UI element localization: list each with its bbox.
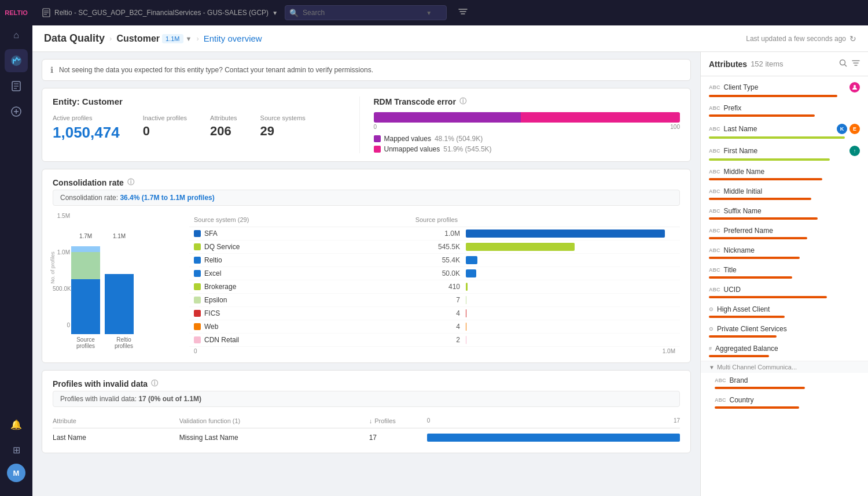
- search-input[interactable]: [285, 5, 447, 20]
- alert-message: Not seeing the data you expected for thi…: [59, 66, 373, 74]
- invalid-table-body: Last Name Missing Last Name 17: [53, 431, 680, 445]
- source-scale-max: 1.0M: [663, 348, 675, 354]
- entity-count-badge[interactable]: 1.1M: [162, 34, 183, 43]
- attr-badge-orange: E: [849, 124, 860, 134]
- consolidation-info-icon[interactable]: ⓘ: [127, 177, 134, 187]
- invalid-row: Last Name Missing Last Name 17: [53, 431, 680, 445]
- attribute-item[interactable]: ⊙ High Asset Client: [701, 302, 868, 321]
- source-bar-cell: [460, 336, 675, 344]
- sidebar-item-add[interactable]: [5, 100, 28, 123]
- source-name: CDN Retail: [204, 336, 414, 344]
- attribute-item[interactable]: ⊙ Private Client Services: [701, 321, 868, 341]
- section-label: Multi Channel Communica...: [717, 364, 797, 371]
- source-name: FICS: [204, 309, 414, 317]
- filter-icon[interactable]: [458, 8, 468, 18]
- nav-dropdown-icon[interactable]: ▼: [272, 10, 278, 16]
- svg-line-13: [845, 65, 847, 67]
- source-row: SFA 1.0M: [189, 227, 680, 240]
- entity-label: Entity: Customer: [53, 97, 359, 106]
- source-bar-cell: [460, 243, 675, 251]
- attributes-search-icon[interactable]: [839, 59, 847, 69]
- attr-item-header: ABC UCID: [709, 286, 860, 294]
- refresh-icon[interactable]: ↻: [849, 34, 856, 43]
- attribute-item[interactable]: ABC First Name ↑: [701, 142, 868, 164]
- attr-item-header: ABC Brand: [715, 376, 860, 384]
- invalid-scale-min: 0: [427, 417, 431, 424]
- bar-blue-main: [71, 279, 100, 334]
- invalid-rate-value: 17 (0% out of 1.1M): [138, 395, 201, 403]
- x-label-reltio: Reltio profiles: [109, 336, 138, 349]
- invalid-table-header: Attribute Validation function (1) ↓ Prof…: [53, 414, 680, 428]
- source-bar-cell: [460, 309, 675, 317]
- section-toggle-icon: ▼: [709, 364, 715, 371]
- attr-quality-bar: [709, 178, 822, 180]
- attr-badge-teal: ↑: [849, 146, 860, 156]
- alert-bar: ℹ Not seeing the data you expected for t…: [42, 59, 691, 81]
- sidebar-item-report[interactable]: [5, 75, 28, 98]
- attribute-item[interactable]: ABC Last Name KE: [701, 120, 868, 142]
- bar-col-header: 0 17: [427, 417, 680, 424]
- attr-type-abc: ABC: [709, 208, 720, 214]
- source-profiles: 50.0K: [414, 269, 460, 277]
- attr-badges: [849, 82, 860, 92]
- entity-name: Customer: [116, 34, 160, 44]
- attr-type-abc: ABC: [709, 188, 720, 194]
- attribute-item[interactable]: ABC UCID: [701, 282, 868, 302]
- sidebar-item-chart[interactable]: [5, 49, 28, 72]
- attribute-item[interactable]: ABC Middle Initial: [701, 184, 868, 203]
- source-bar-fill: [466, 230, 665, 238]
- attr-item-header: # Aggregated Balance: [709, 345, 860, 353]
- attribute-item[interactable]: ABC Nickname: [701, 243, 868, 262]
- validation-col-header: Validation function (1): [179, 417, 369, 424]
- attr-quality-bar: [709, 237, 807, 239]
- sidebar-item-home[interactable]: ⌂: [5, 24, 28, 47]
- col-bar-header: [458, 216, 675, 223]
- sort-icon[interactable]: ↓: [369, 417, 373, 424]
- source-bar-fill: [466, 309, 466, 317]
- source-systems-value: 29: [260, 124, 306, 139]
- attributes-filter-icon[interactable]: [852, 59, 860, 69]
- attributes-count: 152 items: [751, 60, 783, 68]
- svg-point-12: [840, 60, 845, 65]
- search-dropdown-icon[interactable]: ▼: [426, 10, 432, 16]
- rdm-bar-unmapped: [521, 112, 680, 123]
- y-label-4: 0: [53, 322, 70, 328]
- invalid-info-icon[interactable]: ⓘ: [151, 379, 158, 388]
- invalid-validation: Missing Last Name: [179, 434, 369, 442]
- attribute-item[interactable]: # Aggregated Balance: [701, 341, 868, 361]
- source-systems-label: Source systems: [260, 114, 306, 121]
- source-bar-fill: [466, 323, 466, 331]
- attributes-title: Attributes: [709, 60, 747, 69]
- attr-type-abc: ABC: [709, 267, 720, 273]
- attribute-item[interactable]: ABC Preferred Name: [701, 223, 868, 243]
- stats-right: RDM Transcode error ⓘ 0 100: [359, 97, 681, 153]
- invalid-scale-max: 17: [674, 417, 680, 424]
- attribute-item[interactable]: ABC Suffix Name: [701, 203, 868, 223]
- attribute-item[interactable]: ABC Prefix: [701, 101, 868, 120]
- y-label-3: 500.0K: [53, 286, 70, 292]
- stats-row: Active profiles 1,050,474 Inactive profi…: [53, 114, 359, 142]
- attr-item-header: ABC First Name ↑: [709, 146, 860, 156]
- attr-section-header[interactable]: ▼ Multi Channel Communica...: [701, 361, 868, 373]
- source-row: Web 4: [189, 320, 680, 334]
- attr-name: High Asset Client: [717, 305, 856, 313]
- attr-item-header: ⊙ High Asset Client: [709, 305, 860, 313]
- source-row: Epsilon 7: [189, 294, 680, 307]
- attribute-item[interactable]: ABC Middle Name: [701, 164, 868, 184]
- stats-left: Entity: Customer Active profiles 1,050,4…: [53, 97, 359, 153]
- attr-item-header: ⊙ Private Client Services: [709, 325, 860, 333]
- attribute-item[interactable]: ABC Brand: [701, 373, 868, 393]
- source-color-dot: [194, 323, 201, 330]
- entity-dropdown-icon[interactable]: ▼: [186, 35, 192, 42]
- active-tab[interactable]: Entity overview: [204, 34, 262, 43]
- rdm-info-icon[interactable]: ⓘ: [459, 97, 466, 106]
- left-panel: ℹ Not seeing the data you expected for t…: [32, 52, 700, 496]
- attribute-item[interactable]: ABC Country: [701, 393, 868, 412]
- source-name: Epsilon: [204, 296, 414, 304]
- sidebar-item-bell[interactable]: 🔔: [5, 413, 28, 436]
- user-avatar[interactable]: M: [7, 464, 25, 482]
- attribute-item[interactable]: ABC Client Type: [701, 79, 868, 101]
- attribute-item[interactable]: ABC Title: [701, 262, 868, 282]
- sidebar-item-grid[interactable]: ⊞: [5, 438, 28, 461]
- attr-type-abc: ABC: [715, 377, 726, 383]
